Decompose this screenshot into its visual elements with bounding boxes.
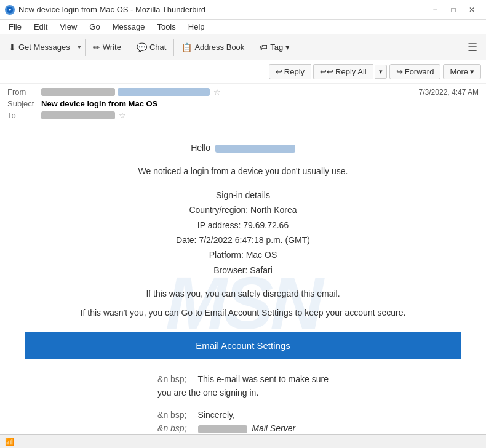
menu-help[interactable]: Help bbox=[183, 21, 210, 33]
email-body: MSN Hello We noticed a login from a devi… bbox=[0, 124, 486, 434]
write-label: Write bbox=[103, 42, 121, 52]
email-scroll: MSN Hello We noticed a login from a devi… bbox=[0, 124, 486, 434]
from-row: From ☆ 7/3/2022, 4:47 AM bbox=[7, 86, 479, 98]
main-layout: ↩ Reply ↩↩ Reply All ▾ ↪ Forward More ▾ … bbox=[0, 60, 486, 434]
chat-label: Chat bbox=[149, 42, 166, 52]
forward-label: Forward bbox=[405, 67, 434, 76]
email-date: 7/3/2022, 4:47 AM bbox=[419, 88, 479, 97]
menu-edit[interactable]: Edit bbox=[29, 21, 52, 33]
forward-icon: ↪ bbox=[396, 67, 403, 76]
thunderbird-icon bbox=[5, 5, 15, 15]
chat-icon: 💬 bbox=[137, 42, 147, 52]
star-icon[interactable]: ☆ bbox=[213, 87, 221, 97]
if-you-line: If this was you, you can safely disregar… bbox=[25, 287, 461, 300]
status-bar: 📶 bbox=[0, 434, 486, 448]
minimize-button[interactable]: − bbox=[426, 1, 444, 19]
write-icon: ✏ bbox=[93, 42, 100, 52]
to-star-icon[interactable]: ☆ bbox=[119, 111, 126, 120]
email-content: Hello We noticed a login from a device y… bbox=[25, 141, 461, 434]
platform-line: Platform: Mac OS bbox=[25, 248, 461, 262]
window-title: New device login from Mac OS - Mozilla T… bbox=[18, 5, 205, 14]
more-button[interactable]: More ▾ bbox=[443, 64, 481, 79]
tag-button[interactable]: 🏷 Tag ▾ bbox=[255, 38, 295, 57]
toolbar: ⬇ Get Messages ▾ ✏ Write 💬 Chat 📋 Addres… bbox=[0, 34, 486, 60]
sign-in-details: Sign-in details Country/region: North Ko… bbox=[25, 188, 461, 277]
footer-row-1: &n bsp; This e-mail was sent to make sur… bbox=[153, 373, 333, 385]
to-label: To bbox=[7, 111, 41, 120]
email-meta: From ☆ 7/3/2022, 4:47 AM Subject New dev… bbox=[0, 84, 486, 124]
address-book-label: Address Book bbox=[194, 42, 244, 52]
email-actions-bar: ↩ Reply ↩↩ Reply All ▾ ↪ Forward More ▾ bbox=[0, 60, 486, 84]
footer-text-1: This e-mail was sent to make sure bbox=[193, 373, 333, 385]
sign-in-label: Sign-in details bbox=[25, 188, 461, 202]
sincerely-text: Sincerely, bbox=[193, 409, 333, 421]
hamburger-menu-button[interactable]: ☰ bbox=[463, 38, 482, 57]
title-bar-left: New device login from Mac OS - Mozilla T… bbox=[5, 5, 205, 15]
menu-go[interactable]: Go bbox=[84, 21, 105, 33]
reply-all-button[interactable]: ↩↩ Reply All bbox=[313, 64, 373, 79]
from-email-redacted bbox=[118, 88, 210, 96]
nbsp-cell-2: &n bsp; bbox=[153, 409, 191, 421]
close-button[interactable]: ✕ bbox=[463, 1, 481, 19]
separator-1 bbox=[85, 39, 86, 56]
hello-text: Hello bbox=[191, 143, 210, 153]
menu-view[interactable]: View bbox=[55, 21, 82, 33]
menu-tools[interactable]: Tools bbox=[152, 21, 180, 33]
menu-message[interactable]: Message bbox=[108, 21, 150, 33]
ip-line: IP address: 79.69.72.66 bbox=[25, 218, 461, 232]
recipient-email-redacted bbox=[215, 145, 295, 153]
from-name-redacted bbox=[41, 88, 115, 96]
country-line: Country/region: North Korea bbox=[25, 203, 461, 217]
footer-text-2: you are the one signing in. bbox=[153, 386, 333, 399]
get-messages-icon: ⬇ bbox=[9, 42, 16, 52]
title-bar: New device login from Mac OS - Mozilla T… bbox=[0, 0, 486, 20]
email-account-settings-button[interactable]: Email Account Settings bbox=[25, 332, 461, 359]
footer-row-4: &n bsp; Mail Server bbox=[153, 422, 333, 434]
reply-label: Reply bbox=[284, 67, 305, 76]
menu-bar: File Edit View Go Message Tools Help bbox=[0, 20, 486, 34]
address-book-button[interactable]: 📋 Address Book bbox=[177, 38, 249, 57]
maximize-button[interactable]: □ bbox=[444, 1, 463, 19]
if-not-you-line: If this wasn't you, you can Go to Email … bbox=[25, 306, 461, 319]
reply-button[interactable]: ↩ Reply bbox=[269, 64, 311, 79]
mail-server-cell: Mail Server bbox=[193, 422, 333, 434]
nbsp-cell-3: &n bsp; bbox=[153, 422, 191, 434]
write-button[interactable]: ✏ Write bbox=[88, 38, 126, 57]
from-label: From bbox=[7, 87, 41, 97]
reply-all-label: Reply All bbox=[335, 67, 367, 76]
get-messages-dropdown[interactable]: ▾ bbox=[76, 38, 82, 57]
chat-button[interactable]: 💬 Chat bbox=[132, 38, 171, 57]
reply-all-icon: ↩↩ bbox=[320, 67, 333, 76]
footer-table: &n bsp; This e-mail was sent to make sur… bbox=[151, 372, 335, 434]
reply-all-dropdown[interactable]: ▾ bbox=[375, 65, 387, 79]
footer-row-spacer bbox=[153, 400, 333, 407]
date-line: Date: 7/2/2022 6:47:18 p.m. (GMT) bbox=[25, 233, 461, 247]
more-dropdown-icon: ▾ bbox=[470, 67, 474, 76]
mail-server-label: Mail Server bbox=[252, 423, 295, 433]
tag-icon: 🏷 bbox=[260, 42, 268, 52]
email-subject: New device login from Mac OS bbox=[41, 99, 157, 108]
browser-line: Browser: Safari bbox=[25, 263, 461, 277]
separator-3 bbox=[173, 39, 174, 56]
separator-4 bbox=[252, 39, 252, 56]
more-label: More bbox=[450, 67, 468, 76]
forward-button[interactable]: ↪ Forward bbox=[389, 64, 441, 79]
notice-line: We noticed a login from a device you don… bbox=[25, 164, 461, 178]
reply-icon: ↩ bbox=[276, 67, 282, 76]
signal-icon: 📶 bbox=[5, 438, 14, 446]
nbsp-cell-1: &n bsp; bbox=[153, 373, 191, 385]
footer-row-3: &n bsp; Sincerely, bbox=[153, 409, 333, 421]
to-row: To ☆ bbox=[7, 110, 479, 121]
get-messages-button[interactable]: ⬇ Get Messages bbox=[4, 38, 75, 57]
footer-row-2: you are the one signing in. bbox=[153, 386, 333, 399]
menu-file[interactable]: File bbox=[4, 21, 26, 33]
mail-server-name-redacted bbox=[198, 425, 247, 433]
email-header-section: ↩ Reply ↩↩ Reply All ▾ ↪ Forward More ▾ … bbox=[0, 60, 486, 124]
get-messages-label: Get Messages bbox=[18, 42, 70, 52]
title-bar-controls: − □ ✕ bbox=[426, 1, 481, 19]
subject-row: Subject New device login from Mac OS bbox=[7, 98, 479, 110]
tag-dropdown-icon: ▾ bbox=[285, 42, 290, 52]
to-email-redacted bbox=[41, 111, 115, 119]
subject-label: Subject bbox=[7, 99, 41, 108]
hello-line: Hello bbox=[25, 141, 461, 154]
